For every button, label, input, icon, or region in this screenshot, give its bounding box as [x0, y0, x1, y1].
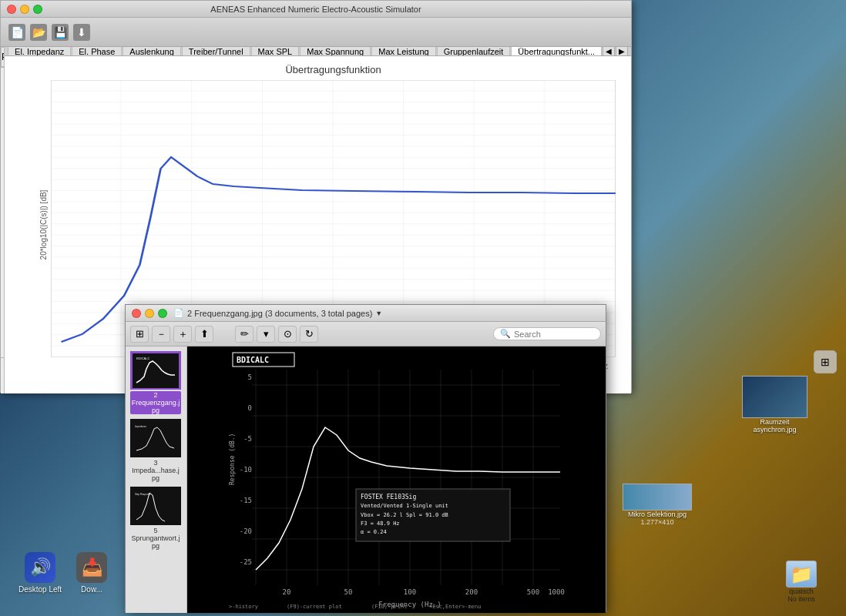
- svg-text:F3   = 48.9 Hz: F3 = 48.9 Hz: [361, 521, 400, 527]
- thumbnail-3[interactable]: Step Response 5 Sprungantwort.jpg: [130, 487, 181, 550]
- chart-title: Übertragungsfunktion: [51, 64, 616, 75]
- tab-max-leistung[interactable]: Max Leistung: [371, 47, 435, 56]
- svg-text:<Esc,Enter>-menu: <Esc,Enter>-menu: [429, 604, 481, 610]
- svg-text:(F10)-print: (F10)-print: [371, 604, 407, 610]
- svg-text:-25: -25: [240, 558, 252, 566]
- search-icon: 🔍: [500, 329, 511, 339]
- svg-text:BDICALC: BDICALC: [136, 357, 149, 360]
- open-icon[interactable]: 📂: [30, 24, 47, 41]
- preview-close-button[interactable]: [132, 309, 141, 318]
- fostex-chart-svg: BDICALC: [187, 346, 606, 613]
- desktop-dow-img: 📥: [76, 552, 107, 583]
- tab-auslenkung[interactable]: Auslenkung: [123, 47, 181, 56]
- mikro-selektion-label: Mikro Selektion.jpg: [623, 511, 692, 518]
- search-input[interactable]: [514, 330, 594, 339]
- svg-text:Response (dB.): Response (dB.): [229, 434, 236, 485]
- svg-text:α    =  0.24: α = 0.24: [361, 529, 387, 535]
- quatsch-icon[interactable]: 📁 quatschNo items: [786, 561, 817, 603]
- tab-treiber-tunnel[interactable]: Treiber/Tunnel: [182, 47, 250, 56]
- minimize-button[interactable]: [20, 5, 29, 14]
- export-icon[interactable]: ⬇: [73, 24, 90, 41]
- mikro-selektion-size: 1.277×410: [623, 518, 692, 526]
- y-axis-label: 20*log10(|C(s)|) [dB]: [39, 190, 48, 260]
- raumzeit-icon[interactable]: Raumzeitasynchron.jpg: [742, 376, 807, 434]
- thumbnail-2[interactable]: Impedance 3 Impeda...hase.jpg: [130, 419, 181, 482]
- preview-title: 2 Frequenzgang.jpg (3 documents, 3 total…: [187, 309, 372, 318]
- svg-text:200: 200: [465, 588, 478, 596]
- new-icon[interactable]: 📄: [8, 24, 25, 41]
- svg-text:0: 0: [248, 404, 252, 412]
- raumzeit-label: Raumzeitasynchron.jpg: [742, 418, 807, 434]
- svg-text:1000: 1000: [548, 588, 565, 596]
- thumb-label-2: 3 Impeda...hase.jpg: [130, 459, 181, 482]
- checkbox-list: SPL BetragSPL PhaseEl. ImpedanzEl. Phase…: [1, 102, 4, 315]
- svg-text:-10: -10: [240, 466, 252, 474]
- svg-text:BDICALC: BDICALC: [237, 356, 269, 364]
- rotate-button[interactable]: ↻: [300, 326, 318, 343]
- preview-max-button[interactable]: [158, 309, 167, 318]
- svg-text:-15: -15: [240, 497, 252, 504]
- tab-max-spl[interactable]: Max SPL: [251, 47, 300, 56]
- window-controls: [7, 5, 42, 14]
- tab-bar: El. Impedanz El. Phase Auslenkung Treibe…: [5, 47, 631, 56]
- desktop-left-img: 🔊: [25, 552, 55, 583]
- preview-window: 📄 2 Frequenzgang.jpg (3 documents, 3 tot…: [125, 304, 606, 612]
- thumb-img-2: Impedance: [130, 419, 181, 457]
- grid-button[interactable]: ⊞: [814, 350, 837, 373]
- preview-main-area: BDICALC: [187, 346, 606, 613]
- svg-text:-5: -5: [243, 435, 252, 443]
- desktop-left-label: Desktop Left: [18, 585, 62, 594]
- svg-text:-20: -20: [240, 527, 252, 535]
- tab-el-phase[interactable]: El. Phase: [72, 47, 122, 56]
- tab-uebertragungsfunktion[interactable]: Übertragungsfunkt...: [511, 47, 602, 56]
- zoom-out-button[interactable]: －: [152, 326, 170, 343]
- svg-text:500: 500: [527, 588, 539, 596]
- desktop-icon-dow[interactable]: 📥 Dow...: [73, 549, 110, 597]
- svg-rect-36: [225, 346, 568, 613]
- save-icon[interactable]: 💾: [52, 24, 69, 41]
- tab-gruppenlaufzeit[interactable]: Gruppenlaufzeit: [437, 47, 511, 56]
- zoom-in-button[interactable]: ＋: [173, 326, 192, 343]
- share-button[interactable]: ⬆: [195, 326, 213, 343]
- thumb-label-1: 2 Frequenzgang.jpg: [130, 391, 181, 414]
- svg-text:(F9)-current plot: (F9)-current plot: [287, 604, 342, 610]
- maximize-button[interactable]: [33, 5, 42, 14]
- svg-text:5: 5: [248, 373, 252, 381]
- preview-search-bar[interactable]: 🔍: [493, 327, 601, 340]
- preview-window-controls: [132, 309, 167, 318]
- raumzeit-thumb: [742, 376, 807, 418]
- tab-nav-left[interactable]: ◀: [603, 47, 615, 56]
- svg-text:>-history: >-history: [229, 604, 258, 610]
- stamp-button[interactable]: ⊙: [278, 326, 297, 343]
- sidebar-tabs: Projekt Einstellungen: [1, 47, 4, 68]
- svg-text:100: 100: [404, 588, 416, 596]
- tab-max-spannung[interactable]: Max Spannung: [300, 47, 371, 56]
- svg-text:20: 20: [283, 588, 291, 596]
- thumbnails-toggle[interactable]: ⊞: [130, 326, 149, 343]
- svg-text:Impedance: Impedance: [135, 425, 146, 428]
- quatsch-folder-img: 📁: [786, 561, 817, 588]
- svg-text:FOSTEX FE103Sig: FOSTEX FE103Sig: [361, 494, 416, 500]
- thumb-label-3: 5 Sprungantwort.jpg: [130, 527, 181, 550]
- thumb-img-3: Step Response: [130, 487, 181, 525]
- pencil-button[interactable]: ✏: [235, 326, 253, 343]
- chevron-down-icon: ▼: [375, 310, 382, 317]
- preview-min-button[interactable]: [145, 309, 154, 318]
- desktop-icon-left[interactable]: 🔊 Desktop Left: [15, 549, 65, 597]
- preview-title-text: 📄 2 Frequenzgang.jpg (3 documents, 3 tot…: [173, 308, 382, 318]
- title-bar: AENEAS Enhanced Numeric Electro-Acoustic…: [1, 1, 631, 18]
- thumb-img-1: BDICALC: [130, 351, 181, 390]
- tab-el-impedanz[interactable]: El. Impedanz: [8, 47, 71, 56]
- svg-text:Step Response: Step Response: [135, 493, 151, 496]
- page-icon: 📄: [173, 308, 184, 318]
- close-button[interactable]: [7, 5, 16, 14]
- tab-nav-right[interactable]: ▶: [616, 47, 628, 56]
- mikro-selektion-icon[interactable]: Mikro Selektion.jpg 1.277×410: [623, 484, 692, 526]
- thumbnail-1[interactable]: BDICALC 2 Frequenzgang.jpg: [130, 351, 181, 414]
- preview-content: BDICALC 2 Frequenzgang.jpg Impedance 3 I…: [126, 346, 606, 613]
- desktop-dow-label: Dow...: [81, 585, 102, 594]
- markup-dropdown[interactable]: ▾: [257, 326, 275, 343]
- mikro-selektion-thumb: [623, 484, 692, 511]
- quatsch-label: quatschNo items: [786, 588, 817, 603]
- svg-text:Vbox = 26.2 l    Spl  =  91.0 : Vbox = 26.2 l Spl = 91.0 dB: [361, 512, 448, 518]
